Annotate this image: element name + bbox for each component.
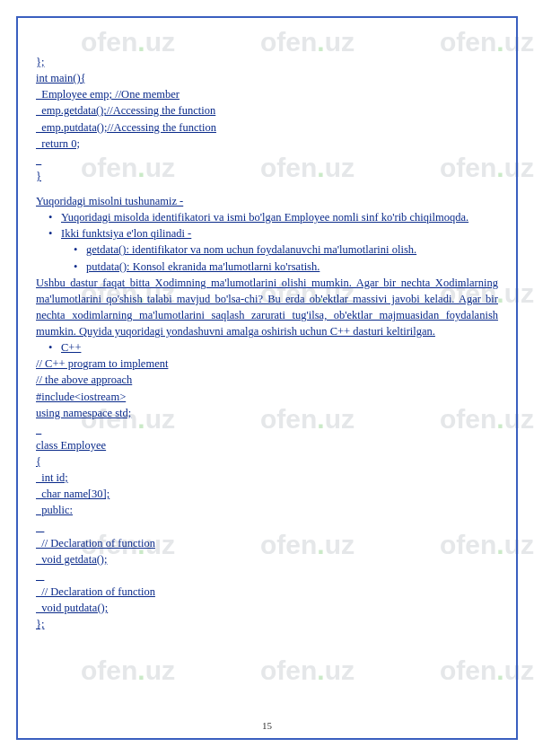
list-item: putdata(): Konsol ekranida ma'lumotlarni… bbox=[86, 259, 498, 275]
code-line: using namespace std; bbox=[36, 405, 498, 421]
bullet-list-cpp: C++ bbox=[36, 339, 498, 356]
code-line: #include<iostream> bbox=[36, 389, 498, 405]
code-line: public: bbox=[36, 502, 498, 518]
code-line: char name[30]; bbox=[36, 486, 498, 502]
code-line: return 0; bbox=[36, 136, 498, 152]
code-line: void putdata(); bbox=[36, 600, 498, 616]
list-item-cpp: C++ bbox=[61, 339, 498, 356]
list-item: Yuqoridagi misolda identifikatori va ism… bbox=[61, 209, 498, 225]
code-line bbox=[36, 152, 498, 168]
code-line: int main(){ bbox=[36, 70, 498, 86]
code-line: { bbox=[36, 453, 498, 470]
list-item: Ikki funktsiya e'lon qilinadi - bbox=[61, 225, 498, 242]
code-line: emp.getdata();//Accessing the function bbox=[36, 102, 498, 119]
page-content: }; int main(){ Employee emp; //One membe… bbox=[36, 27, 498, 632]
code-line: int id; bbox=[36, 470, 498, 486]
code-line: class Employee bbox=[36, 437, 498, 453]
code-line: } bbox=[36, 168, 498, 184]
bullet-sublist: getdata(): identifikator va nom uchun fo… bbox=[36, 242, 498, 274]
code-line: }; bbox=[36, 616, 498, 632]
code-line: Employee emp; //One member bbox=[36, 86, 498, 102]
page-number: 15 bbox=[0, 720, 534, 731]
paragraph: Ushbu dastur faqat bitta Xodimning ma'lu… bbox=[36, 275, 498, 340]
section-heading: Yuqoridagi misolni tushunamiz - bbox=[36, 193, 498, 209]
code-line: // the above approach bbox=[36, 372, 498, 388]
code-line bbox=[36, 421, 498, 437]
code-line bbox=[36, 567, 498, 584]
code-line: // Declaration of function bbox=[36, 584, 498, 600]
code-line bbox=[36, 519, 498, 535]
code-line: emp.putdata();//Accessing the function bbox=[36, 119, 498, 136]
list-item: getdata(): identifikator va nom uchun fo… bbox=[86, 242, 498, 258]
code-line: }; bbox=[36, 54, 498, 70]
code-line: void getdata(); bbox=[36, 551, 498, 567]
code-line: // C++ program to implement bbox=[36, 356, 498, 372]
code-line: // Declaration of function bbox=[36, 535, 498, 551]
bullet-list: Yuqoridagi misolda identifikatori va ism… bbox=[36, 209, 498, 242]
